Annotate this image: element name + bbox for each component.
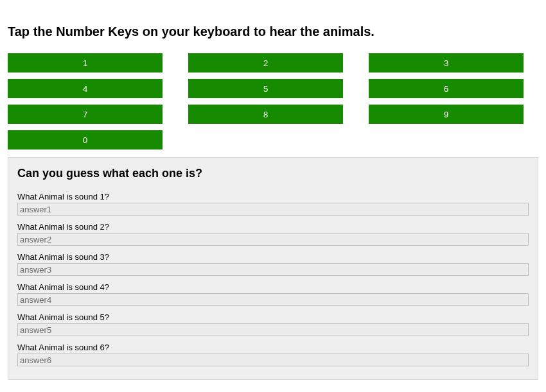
number-button-3[interactable]: 3 xyxy=(369,53,524,72)
answer-input-4[interactable] xyxy=(17,293,529,306)
question-block-5: What Animal is sound 5? xyxy=(17,312,529,336)
number-button-8[interactable]: 8 xyxy=(188,105,343,124)
question-label-4: What Animal is sound 4? xyxy=(17,282,529,292)
question-label-5: What Animal is sound 5? xyxy=(17,312,529,322)
number-button-7[interactable]: 7 xyxy=(8,105,163,124)
number-button-4[interactable]: 4 xyxy=(8,79,163,98)
guess-panel: Can you guess what each one is? What Ani… xyxy=(8,157,538,380)
number-button-9[interactable]: 9 xyxy=(369,105,524,124)
answer-input-6[interactable] xyxy=(17,354,529,366)
guess-title: Can you guess what each one is? xyxy=(17,167,529,180)
number-button-grid: 1 2 3 4 5 6 7 8 9 0 xyxy=(8,53,538,149)
number-button-0[interactable]: 0 xyxy=(8,130,163,149)
page-title: Tap the Number Keys on your keyboard to … xyxy=(8,24,538,39)
answer-input-5[interactable] xyxy=(17,323,529,336)
question-label-2: What Animal is sound 2? xyxy=(17,222,529,232)
question-block-3: What Animal is sound 3? xyxy=(17,252,529,276)
question-label-6: What Animal is sound 6? xyxy=(17,343,529,352)
question-block-2: What Animal is sound 2? xyxy=(17,222,529,246)
question-block-6: What Animal is sound 6? xyxy=(17,343,529,366)
question-label-1: What Animal is sound 1? xyxy=(17,192,529,201)
question-block-1: What Animal is sound 1? xyxy=(17,192,529,216)
number-button-6[interactable]: 6 xyxy=(369,79,524,98)
answer-input-2[interactable] xyxy=(17,233,529,246)
answer-input-1[interactable] xyxy=(17,203,529,216)
answer-input-3[interactable] xyxy=(17,263,529,276)
number-button-5[interactable]: 5 xyxy=(188,79,343,98)
question-block-4: What Animal is sound 4? xyxy=(17,282,529,306)
number-button-1[interactable]: 1 xyxy=(8,53,163,72)
question-label-3: What Animal is sound 3? xyxy=(17,252,529,262)
number-button-2[interactable]: 2 xyxy=(188,53,343,72)
